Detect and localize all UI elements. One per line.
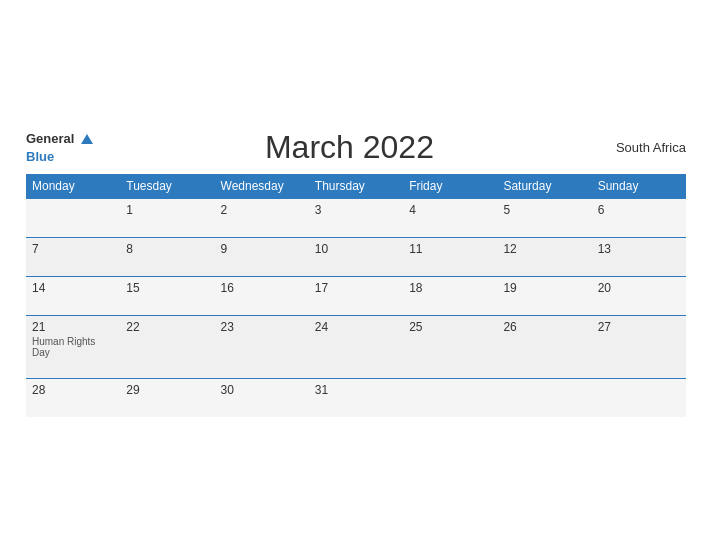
calendar-week-row: 123456 bbox=[26, 198, 686, 237]
calendar-day-cell: 11 bbox=[403, 237, 497, 276]
calendar-day-cell: 4 bbox=[403, 198, 497, 237]
day-number: 10 bbox=[315, 242, 397, 256]
logo: General Blue bbox=[26, 129, 93, 164]
calendar-day-cell: 16 bbox=[215, 276, 309, 315]
calendar-day-cell: 31 bbox=[309, 378, 403, 417]
calendar-day-cell: 28 bbox=[26, 378, 120, 417]
calendar-day-cell: 6 bbox=[592, 198, 686, 237]
weekday-header-cell: Tuesday bbox=[120, 174, 214, 199]
calendar-week-row: 28293031 bbox=[26, 378, 686, 417]
calendar-day-cell: 3 bbox=[309, 198, 403, 237]
calendar-day-cell: 21Human Rights Day bbox=[26, 315, 120, 378]
day-number: 13 bbox=[598, 242, 680, 256]
day-number: 19 bbox=[503, 281, 585, 295]
day-number: 14 bbox=[32, 281, 114, 295]
day-number: 22 bbox=[126, 320, 208, 334]
day-number: 3 bbox=[315, 203, 397, 217]
calendar-day-cell: 27 bbox=[592, 315, 686, 378]
calendar-header: General Blue March 2022 South Africa bbox=[26, 129, 686, 166]
day-number: 9 bbox=[221, 242, 303, 256]
calendar-day-cell: 10 bbox=[309, 237, 403, 276]
logo-general-row: General bbox=[26, 129, 93, 147]
day-number: 28 bbox=[32, 383, 114, 397]
logo-blue-text: Blue bbox=[26, 149, 54, 164]
day-number: 8 bbox=[126, 242, 208, 256]
weekday-header-cell: Friday bbox=[403, 174, 497, 199]
day-number: 23 bbox=[221, 320, 303, 334]
calendar-week-row: 14151617181920 bbox=[26, 276, 686, 315]
calendar-day-cell: 19 bbox=[497, 276, 591, 315]
calendar-day-cell: 15 bbox=[120, 276, 214, 315]
day-number: 11 bbox=[409, 242, 491, 256]
calendar-day-cell: 25 bbox=[403, 315, 497, 378]
calendar-day-cell: 23 bbox=[215, 315, 309, 378]
logo-general-text: General bbox=[26, 131, 74, 146]
calendar-day-cell: 20 bbox=[592, 276, 686, 315]
calendar-day-cell: 1 bbox=[120, 198, 214, 237]
calendar-day-cell: 17 bbox=[309, 276, 403, 315]
calendar-day-cell: 22 bbox=[120, 315, 214, 378]
day-number: 7 bbox=[32, 242, 114, 256]
calendar-table: MondayTuesdayWednesdayThursdayFridaySatu… bbox=[26, 174, 686, 417]
day-number: 21 bbox=[32, 320, 114, 334]
weekday-header-cell: Thursday bbox=[309, 174, 403, 199]
holiday-label: Human Rights Day bbox=[32, 336, 114, 358]
calendar-day-cell bbox=[403, 378, 497, 417]
logo-triangle-icon bbox=[81, 134, 93, 144]
calendar-day-cell: 13 bbox=[592, 237, 686, 276]
calendar-day-cell bbox=[26, 198, 120, 237]
logo-blue-row: Blue bbox=[26, 147, 93, 165]
calendar-day-cell: 24 bbox=[309, 315, 403, 378]
day-number: 25 bbox=[409, 320, 491, 334]
weekday-header-cell: Sunday bbox=[592, 174, 686, 199]
day-number: 27 bbox=[598, 320, 680, 334]
calendar-day-cell bbox=[592, 378, 686, 417]
day-number: 15 bbox=[126, 281, 208, 295]
day-number: 26 bbox=[503, 320, 585, 334]
day-number: 29 bbox=[126, 383, 208, 397]
calendar-week-row: 21Human Rights Day222324252627 bbox=[26, 315, 686, 378]
month-title: March 2022 bbox=[93, 129, 606, 166]
day-number: 1 bbox=[126, 203, 208, 217]
calendar-day-cell: 9 bbox=[215, 237, 309, 276]
calendar-week-row: 78910111213 bbox=[26, 237, 686, 276]
calendar-header-row: MondayTuesdayWednesdayThursdayFridaySatu… bbox=[26, 174, 686, 199]
day-number: 12 bbox=[503, 242, 585, 256]
calendar-day-cell: 14 bbox=[26, 276, 120, 315]
day-number: 6 bbox=[598, 203, 680, 217]
calendar-day-cell: 18 bbox=[403, 276, 497, 315]
day-number: 24 bbox=[315, 320, 397, 334]
calendar-day-cell: 26 bbox=[497, 315, 591, 378]
calendar-day-cell: 12 bbox=[497, 237, 591, 276]
calendar-day-cell: 2 bbox=[215, 198, 309, 237]
day-number: 16 bbox=[221, 281, 303, 295]
calendar-day-cell bbox=[497, 378, 591, 417]
calendar-day-cell: 7 bbox=[26, 237, 120, 276]
weekday-header-cell: Wednesday bbox=[215, 174, 309, 199]
calendar-day-cell: 5 bbox=[497, 198, 591, 237]
day-number: 18 bbox=[409, 281, 491, 295]
day-number: 30 bbox=[221, 383, 303, 397]
weekday-header-row: MondayTuesdayWednesdayThursdayFridaySatu… bbox=[26, 174, 686, 199]
calendar-day-cell: 29 bbox=[120, 378, 214, 417]
weekday-header-cell: Monday bbox=[26, 174, 120, 199]
country-label: South Africa bbox=[606, 140, 686, 155]
calendar-day-cell: 8 bbox=[120, 237, 214, 276]
day-number: 2 bbox=[221, 203, 303, 217]
day-number: 20 bbox=[598, 281, 680, 295]
day-number: 31 bbox=[315, 383, 397, 397]
weekday-header-cell: Saturday bbox=[497, 174, 591, 199]
calendar-body: 123456789101112131415161718192021Human R… bbox=[26, 198, 686, 417]
calendar-day-cell: 30 bbox=[215, 378, 309, 417]
day-number: 5 bbox=[503, 203, 585, 217]
day-number: 17 bbox=[315, 281, 397, 295]
day-number: 4 bbox=[409, 203, 491, 217]
calendar-container: General Blue March 2022 South Africa Mon… bbox=[11, 119, 701, 432]
